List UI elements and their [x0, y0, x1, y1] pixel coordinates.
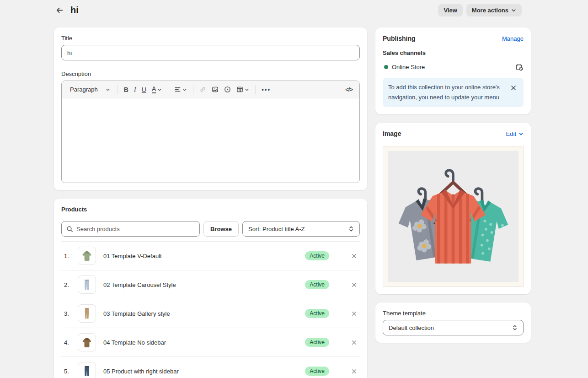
bold-button[interactable]: B: [122, 84, 131, 95]
close-icon: [351, 368, 357, 374]
close-icon: [351, 282, 357, 288]
theme-template-value: Default collection: [389, 324, 434, 331]
collection-image: [388, 151, 519, 282]
calendar-clock-icon: [515, 63, 523, 71]
bold-label: B: [124, 86, 128, 93]
edit-link-label: Edit: [506, 130, 516, 137]
update-your-menu-link[interactable]: update your menu: [451, 94, 499, 101]
product-name: 02 Template Carousel Style: [103, 281, 305, 288]
description-editor-content[interactable]: [62, 98, 359, 183]
link-icon: [199, 86, 206, 93]
text-color-button[interactable]: A: [150, 84, 164, 95]
products-card: Products Browse Sort: Product title A-Z: [54, 199, 367, 378]
product-row: 3. 03 Template Gallery style Active: [61, 299, 360, 328]
view-button-label: View: [444, 7, 457, 14]
remove-product-button[interactable]: [349, 367, 358, 376]
close-icon: [351, 311, 357, 317]
sales-channel-row: Online Store: [383, 62, 524, 71]
status-badge: Active: [305, 338, 329, 347]
product-thumbnail-dark-jeans: [78, 362, 96, 378]
top-bar: hi View More actions: [0, 0, 588, 20]
navigation-info-banner: To add this collection to your online st…: [383, 78, 524, 107]
product-row: 5. 05 Product with right sidebar Active: [61, 356, 360, 378]
underline-label: U: [142, 86, 146, 93]
insert-video-button[interactable]: [222, 84, 233, 95]
close-icon: [351, 340, 357, 346]
more-formatting-button[interactable]: •••: [259, 84, 273, 95]
text-color-label: A: [152, 86, 156, 93]
editor-toolbar: Paragraph B I U A: [62, 81, 359, 98]
theme-template-card: Theme template Default collection: [375, 302, 531, 343]
chevron-down-icon: [519, 131, 524, 136]
underline-button[interactable]: U: [139, 84, 149, 95]
sales-channels-heading: Sales channels: [383, 49, 524, 56]
title-input[interactable]: [61, 45, 360, 60]
product-thumbnail-tan-pants: [78, 304, 96, 323]
remove-product-button[interactable]: [349, 280, 358, 289]
back-button[interactable]: [54, 5, 65, 16]
code-label: </>: [345, 86, 353, 93]
status-badge: Active: [305, 367, 329, 376]
search-icon: [66, 226, 73, 232]
view-button[interactable]: View: [438, 4, 462, 16]
chevron-down-icon: [106, 87, 110, 92]
chevron-down-icon: [182, 87, 187, 92]
product-thumbnail-green-hoodie: [78, 247, 96, 265]
product-row: 4. 04 Template No sidebar Active: [61, 328, 360, 356]
paragraph-style-label: Paragraph: [70, 86, 98, 93]
row-index: 5.: [61, 368, 78, 375]
row-index: 4.: [61, 339, 78, 346]
title-description-card: Title Description Paragraph B I U: [54, 27, 367, 190]
insert-table-dropdown[interactable]: [234, 84, 251, 95]
more-dots-label: •••: [262, 86, 271, 93]
status-badge: Active: [305, 280, 329, 289]
browse-button[interactable]: Browse: [203, 221, 239, 237]
insert-link-button[interactable]: [197, 84, 208, 95]
image-card: Image Edit: [375, 123, 531, 294]
paragraph-style-dropdown[interactable]: Paragraph: [66, 84, 114, 95]
select-caret-icon: [512, 324, 518, 331]
insert-image-button[interactable]: [209, 84, 221, 95]
page-title: hi: [70, 5, 79, 16]
toolbar-divider: [193, 85, 193, 94]
channel-active-dot: [384, 65, 388, 69]
toolbar-divider: [255, 85, 256, 94]
products-controls: Browse Sort: Product title A-Z: [61, 221, 360, 237]
italic-button[interactable]: I: [132, 84, 139, 95]
theme-template-label: Theme template: [383, 310, 524, 317]
show-html-button[interactable]: </>: [343, 84, 355, 95]
channel-name: Online Store: [392, 64, 514, 70]
remove-product-button[interactable]: [349, 309, 358, 318]
image-icon: [212, 86, 219, 93]
table-icon: [236, 86, 243, 93]
product-row: 1. 01 Template V-Default Active: [61, 241, 360, 270]
align-left-icon: [174, 86, 181, 93]
status-badge: Active: [305, 309, 329, 318]
more-actions-button[interactable]: More actions: [466, 4, 522, 16]
remove-product-button[interactable]: [349, 338, 358, 347]
edit-image-dropdown[interactable]: Edit: [506, 130, 524, 137]
schedule-publish-button[interactable]: [514, 62, 524, 71]
sort-select-value: Sort: Product title A-Z: [248, 226, 305, 232]
sort-select[interactable]: Sort: Product title A-Z: [242, 221, 360, 237]
alignment-dropdown[interactable]: [172, 84, 189, 95]
play-circle-icon: [224, 86, 231, 93]
product-thumbnail-brown-hoodie: [78, 333, 96, 351]
description-editor: Paragraph B I U A: [61, 81, 360, 183]
publishing-heading: Publishing: [383, 35, 416, 42]
product-name: 05 Product with right sidebar: [103, 368, 305, 375]
products-heading: Products: [61, 206, 360, 213]
banner-text: To add this collection to your online st…: [388, 82, 506, 103]
product-search-input[interactable]: [76, 226, 195, 232]
product-search-box[interactable]: [61, 221, 200, 237]
image-heading: Image: [383, 130, 401, 137]
product-name: 01 Template V-Default: [103, 253, 305, 259]
theme-template-select[interactable]: Default collection: [383, 320, 524, 335]
product-list: 1. 01 Template V-Default Active 2. 0: [61, 241, 360, 378]
topbar-actions: View More actions: [438, 4, 522, 16]
manage-publishing-link[interactable]: Manage: [502, 35, 524, 42]
remove-product-button[interactable]: [349, 251, 358, 260]
manage-link-label: Manage: [502, 35, 524, 42]
collection-image-frame[interactable]: [383, 146, 524, 287]
dismiss-banner-button[interactable]: [509, 83, 518, 92]
